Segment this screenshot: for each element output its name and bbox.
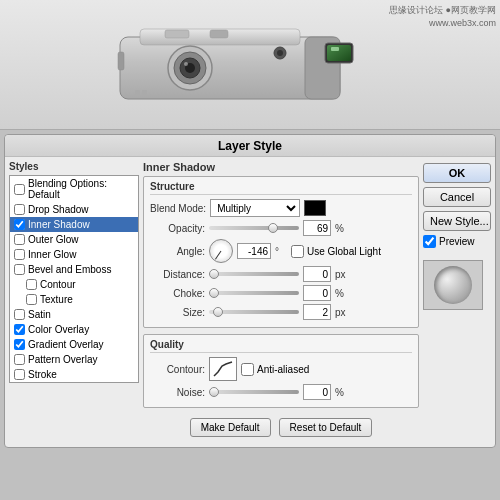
gradient-overlay-checkbox[interactable] bbox=[14, 339, 25, 350]
use-global-light-text: Use Global Light bbox=[307, 246, 381, 257]
distance-slider[interactable] bbox=[209, 272, 299, 276]
use-global-light-checkbox[interactable] bbox=[291, 245, 304, 258]
contour-label: Contour: bbox=[150, 364, 205, 375]
dialog-title: Layer Style bbox=[5, 135, 495, 157]
svg-rect-12 bbox=[331, 47, 339, 51]
angle-dial[interactable] bbox=[209, 239, 233, 263]
size-label: Size: bbox=[150, 307, 205, 318]
noise-row: Noise: % bbox=[150, 384, 412, 400]
preview-row: Preview bbox=[423, 235, 491, 248]
style-item-satin[interactable]: Satin bbox=[10, 307, 138, 322]
choke-row: Choke: % bbox=[150, 285, 412, 301]
style-item-outer-glow[interactable]: Outer Glow bbox=[10, 232, 138, 247]
anti-aliased-text: Anti-aliased bbox=[257, 364, 309, 375]
distance-thumb[interactable] bbox=[209, 269, 219, 279]
blend-mode-row: Blend Mode: Multiply Normal Screen Overl… bbox=[150, 199, 412, 217]
noise-thumb[interactable] bbox=[209, 387, 219, 397]
style-item-color-overlay[interactable]: Color Overlay bbox=[10, 322, 138, 337]
angle-unit: ° bbox=[275, 246, 287, 257]
anti-aliased-label[interactable]: Anti-aliased bbox=[241, 363, 309, 376]
choke-label: Choke: bbox=[150, 288, 205, 299]
style-item-stroke[interactable]: Stroke bbox=[10, 367, 138, 382]
angle-line bbox=[215, 251, 221, 260]
ok-button[interactable]: OK bbox=[423, 163, 491, 183]
style-item-texture[interactable]: Texture bbox=[10, 292, 138, 307]
opacity-slider[interactable] bbox=[209, 226, 299, 230]
size-thumb[interactable] bbox=[213, 307, 223, 317]
angle-row: Angle: ° Use Global Light bbox=[150, 239, 412, 263]
styles-panel-title: Styles bbox=[9, 161, 139, 172]
inner-shadow-title: Inner Shadow bbox=[143, 161, 419, 173]
style-item-drop-shadow[interactable]: Drop Shadow bbox=[10, 202, 138, 217]
right-panel: OK Cancel New Style... Preview bbox=[423, 161, 491, 443]
contour-row: Contour: Anti-aliased bbox=[150, 357, 412, 381]
noise-label: Noise: bbox=[150, 387, 205, 398]
opacity-label: Opacity: bbox=[150, 223, 205, 234]
preview-label: Preview bbox=[439, 236, 475, 247]
styles-list: Blending Options: Default Drop Shadow In… bbox=[9, 175, 139, 383]
opacity-thumb[interactable] bbox=[268, 223, 278, 233]
opacity-row: Opacity: % bbox=[150, 220, 412, 236]
choke-thumb[interactable] bbox=[209, 288, 219, 298]
blend-mode-label: Blend Mode: bbox=[150, 203, 206, 214]
settings-panel: Inner Shadow Structure Blend Mode: Multi… bbox=[143, 161, 419, 443]
blend-color-swatch[interactable] bbox=[304, 200, 326, 216]
styles-panel: Styles Blending Options: Default Drop Sh… bbox=[9, 161, 139, 443]
noise-input[interactable] bbox=[303, 384, 331, 400]
style-item-bevel-emboss[interactable]: Bevel and Emboss bbox=[10, 262, 138, 277]
size-unit: px bbox=[335, 307, 347, 318]
new-style-button[interactable]: New Style... bbox=[423, 211, 491, 231]
size-row: Size: px bbox=[150, 304, 412, 320]
reset-to-default-button[interactable]: Reset to Default bbox=[279, 418, 373, 437]
svg-rect-11 bbox=[327, 45, 351, 61]
blending-checkbox[interactable] bbox=[14, 184, 25, 195]
bevel-emboss-checkbox[interactable] bbox=[14, 264, 25, 275]
noise-unit: % bbox=[335, 387, 347, 398]
opacity-unit: % bbox=[335, 223, 347, 234]
outer-glow-checkbox[interactable] bbox=[14, 234, 25, 245]
texture-checkbox[interactable] bbox=[26, 294, 37, 305]
pattern-overlay-checkbox[interactable] bbox=[14, 354, 25, 365]
preview-circle bbox=[434, 266, 472, 304]
style-item-blending[interactable]: Blending Options: Default bbox=[10, 176, 138, 202]
bottom-buttons: Make Default Reset to Default bbox=[143, 414, 419, 443]
distance-label: Distance: bbox=[150, 269, 205, 280]
choke-slider[interactable] bbox=[209, 291, 299, 295]
preview-checkbox[interactable] bbox=[423, 235, 436, 248]
satin-checkbox[interactable] bbox=[14, 309, 25, 320]
noise-slider[interactable] bbox=[209, 390, 299, 394]
quality-title: Quality bbox=[150, 339, 412, 353]
color-overlay-checkbox[interactable] bbox=[14, 324, 25, 335]
contour-thumbnail[interactable] bbox=[209, 357, 237, 381]
choke-input[interactable] bbox=[303, 285, 331, 301]
distance-row: Distance: px bbox=[150, 266, 412, 282]
cancel-button[interactable]: Cancel bbox=[423, 187, 491, 207]
choke-unit: % bbox=[335, 288, 347, 299]
size-input[interactable] bbox=[303, 304, 331, 320]
inner-shadow-checkbox[interactable] bbox=[14, 219, 25, 230]
contour-svg bbox=[212, 360, 234, 378]
contour-checkbox[interactable] bbox=[26, 279, 37, 290]
anti-aliased-checkbox[interactable] bbox=[241, 363, 254, 376]
use-global-light-label[interactable]: Use Global Light bbox=[291, 245, 381, 258]
distance-input[interactable] bbox=[303, 266, 331, 282]
stroke-checkbox[interactable] bbox=[14, 369, 25, 380]
dialog-body: Styles Blending Options: Default Drop Sh… bbox=[5, 157, 495, 447]
quality-group: Quality Contour: Anti-aliased bbox=[143, 334, 419, 408]
style-item-gradient-overlay[interactable]: Gradient Overlay bbox=[10, 337, 138, 352]
svg-point-6 bbox=[184, 62, 188, 66]
svg-point-14 bbox=[277, 50, 283, 56]
style-item-contour[interactable]: Contour bbox=[10, 277, 138, 292]
style-item-pattern-overlay[interactable]: Pattern Overlay bbox=[10, 352, 138, 367]
angle-input[interactable] bbox=[237, 243, 271, 259]
drop-shadow-checkbox[interactable] bbox=[14, 204, 25, 215]
size-slider[interactable] bbox=[209, 310, 299, 314]
opacity-input[interactable] bbox=[303, 220, 331, 236]
make-default-button[interactable]: Make Default bbox=[190, 418, 271, 437]
image-area: 思缘设计论坛 ●网页教学网 www.web3x.com bbox=[0, 0, 500, 130]
structure-group: Structure Blend Mode: Multiply Normal Sc… bbox=[143, 176, 419, 328]
blend-mode-select[interactable]: Multiply Normal Screen Overlay bbox=[210, 199, 300, 217]
style-item-inner-shadow[interactable]: Inner Shadow bbox=[10, 217, 138, 232]
style-item-inner-glow[interactable]: Inner Glow bbox=[10, 247, 138, 262]
inner-glow-checkbox[interactable] bbox=[14, 249, 25, 260]
